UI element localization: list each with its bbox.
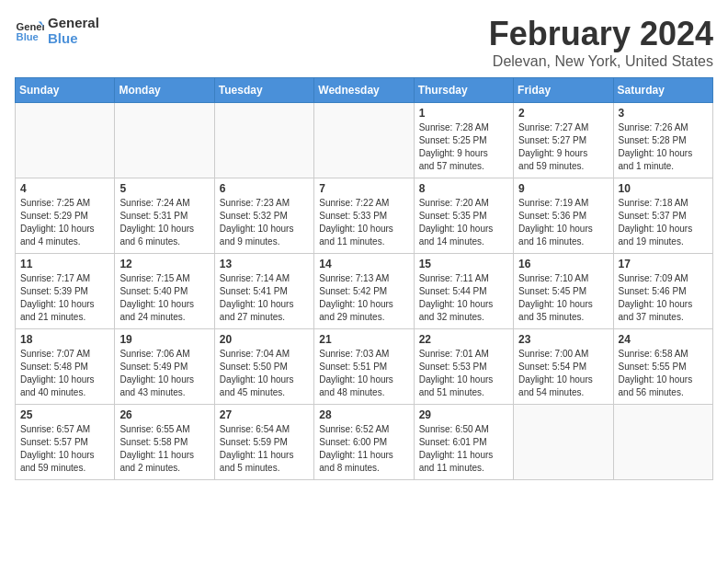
day-number: 27 bbox=[220, 408, 309, 421]
cell-info: Sunrise: 7:15 AM Sunset: 5:40 PM Dayligh… bbox=[119, 272, 209, 324]
col-header-friday: Friday bbox=[514, 78, 613, 103]
day-number: 24 bbox=[619, 333, 708, 346]
cell-info: Sunrise: 7:11 AM Sunset: 5:44 PM Dayligh… bbox=[419, 272, 508, 324]
calendar-cell: 15Sunrise: 7:11 AM Sunset: 5:44 PM Dayli… bbox=[414, 254, 513, 329]
day-number: 20 bbox=[220, 333, 309, 346]
day-number: 15 bbox=[419, 258, 508, 270]
day-number: 13 bbox=[220, 258, 309, 270]
day-number: 18 bbox=[20, 333, 109, 346]
day-number: 28 bbox=[319, 408, 408, 421]
header: General Blue General Blue February 2024 … bbox=[15, 15, 713, 70]
calendar-cell: 21Sunrise: 7:03 AM Sunset: 5:51 PM Dayli… bbox=[314, 329, 414, 405]
calendar-cell bbox=[115, 103, 214, 178]
calendar-cell: 25Sunrise: 6:57 AM Sunset: 5:57 PM Dayli… bbox=[16, 405, 115, 480]
cell-info: Sunrise: 7:17 AM Sunset: 5:39 PM Dayligh… bbox=[20, 272, 109, 324]
cell-info: Sunrise: 7:26 AM Sunset: 5:28 PM Dayligh… bbox=[619, 121, 708, 173]
calendar-cell: 19Sunrise: 7:06 AM Sunset: 5:49 PM Dayli… bbox=[115, 329, 214, 405]
cell-info: Sunrise: 7:04 AM Sunset: 5:50 PM Dayligh… bbox=[220, 348, 309, 399]
cell-info: Sunrise: 7:00 AM Sunset: 5:54 PM Dayligh… bbox=[518, 348, 608, 399]
logo-line2: Blue bbox=[48, 30, 99, 46]
day-number: 1 bbox=[419, 107, 508, 120]
calendar-cell: 22Sunrise: 7:01 AM Sunset: 5:53 PM Dayli… bbox=[414, 329, 513, 405]
cell-info: Sunrise: 7:03 AM Sunset: 5:51 PM Dayligh… bbox=[319, 348, 408, 399]
calendar-cell: 29Sunrise: 6:50 AM Sunset: 6:01 PM Dayli… bbox=[414, 405, 513, 480]
calendar-cell: 10Sunrise: 7:18 AM Sunset: 5:37 PM Dayli… bbox=[613, 178, 712, 254]
cell-info: Sunrise: 7:28 AM Sunset: 5:25 PM Dayligh… bbox=[419, 121, 508, 173]
week-row-5: 25Sunrise: 6:57 AM Sunset: 5:57 PM Dayli… bbox=[16, 405, 713, 480]
calendar-cell: 26Sunrise: 6:55 AM Sunset: 5:58 PM Dayli… bbox=[115, 405, 214, 480]
day-number: 11 bbox=[20, 258, 109, 270]
calendar-cell: 24Sunrise: 6:58 AM Sunset: 5:55 PM Dayli… bbox=[613, 329, 712, 405]
day-number: 16 bbox=[518, 258, 608, 270]
day-number: 22 bbox=[419, 333, 508, 346]
calendar-cell: 7Sunrise: 7:22 AM Sunset: 5:33 PM Daylig… bbox=[314, 178, 414, 254]
calendar-cell: 14Sunrise: 7:13 AM Sunset: 5:42 PM Dayli… bbox=[314, 254, 414, 329]
col-header-sunday: Sunday bbox=[16, 78, 115, 103]
calendar-cell: 5Sunrise: 7:24 AM Sunset: 5:31 PM Daylig… bbox=[115, 178, 214, 254]
week-row-1: 1Sunrise: 7:28 AM Sunset: 5:25 PM Daylig… bbox=[16, 103, 713, 178]
cell-info: Sunrise: 7:20 AM Sunset: 5:35 PM Dayligh… bbox=[419, 197, 508, 248]
calendar-title: February 2024 bbox=[489, 15, 713, 53]
cell-info: Sunrise: 7:22 AM Sunset: 5:33 PM Dayligh… bbox=[319, 197, 408, 248]
cell-info: Sunrise: 7:25 AM Sunset: 5:29 PM Dayligh… bbox=[20, 197, 109, 248]
calendar-cell: 3Sunrise: 7:26 AM Sunset: 5:28 PM Daylig… bbox=[613, 103, 712, 178]
calendar-cell: 27Sunrise: 6:54 AM Sunset: 5:59 PM Dayli… bbox=[214, 405, 313, 480]
cell-info: Sunrise: 7:07 AM Sunset: 5:48 PM Dayligh… bbox=[20, 348, 109, 399]
col-header-wednesday: Wednesday bbox=[314, 78, 414, 103]
week-row-3: 11Sunrise: 7:17 AM Sunset: 5:39 PM Dayli… bbox=[16, 254, 713, 329]
cell-info: Sunrise: 6:54 AM Sunset: 5:59 PM Dayligh… bbox=[220, 423, 309, 475]
cell-info: Sunrise: 7:19 AM Sunset: 5:36 PM Dayligh… bbox=[518, 197, 608, 248]
day-number: 2 bbox=[518, 107, 608, 120]
day-number: 6 bbox=[220, 182, 309, 195]
day-number: 9 bbox=[518, 182, 608, 195]
cell-info: Sunrise: 6:58 AM Sunset: 5:55 PM Dayligh… bbox=[619, 348, 708, 399]
cell-info: Sunrise: 6:55 AM Sunset: 5:58 PM Dayligh… bbox=[119, 423, 209, 475]
logo-line1: General bbox=[48, 15, 99, 30]
calendar-cell: 12Sunrise: 7:15 AM Sunset: 5:40 PM Dayli… bbox=[115, 254, 214, 329]
cell-info: Sunrise: 7:27 AM Sunset: 5:27 PM Dayligh… bbox=[518, 121, 608, 173]
calendar-cell: 20Sunrise: 7:04 AM Sunset: 5:50 PM Dayli… bbox=[214, 329, 313, 405]
calendar-cell bbox=[314, 103, 414, 178]
col-header-tuesday: Tuesday bbox=[214, 78, 313, 103]
cell-info: Sunrise: 7:18 AM Sunset: 5:37 PM Dayligh… bbox=[619, 197, 708, 248]
calendar-cell bbox=[514, 405, 613, 480]
calendar-cell: 17Sunrise: 7:09 AM Sunset: 5:46 PM Dayli… bbox=[613, 254, 712, 329]
day-number: 29 bbox=[419, 408, 508, 421]
day-number: 26 bbox=[119, 408, 209, 421]
day-number: 19 bbox=[119, 333, 209, 346]
cell-info: Sunrise: 7:14 AM Sunset: 5:41 PM Dayligh… bbox=[220, 272, 309, 324]
cell-info: Sunrise: 6:52 AM Sunset: 6:00 PM Dayligh… bbox=[319, 423, 408, 475]
cell-info: Sunrise: 7:01 AM Sunset: 5:53 PM Dayligh… bbox=[419, 348, 508, 399]
col-header-monday: Monday bbox=[115, 78, 214, 103]
day-number: 5 bbox=[119, 182, 209, 195]
cell-info: Sunrise: 7:24 AM Sunset: 5:31 PM Dayligh… bbox=[119, 197, 209, 248]
day-number: 17 bbox=[619, 258, 708, 270]
calendar-cell: 28Sunrise: 6:52 AM Sunset: 6:00 PM Dayli… bbox=[314, 405, 414, 480]
cell-info: Sunrise: 7:13 AM Sunset: 5:42 PM Dayligh… bbox=[319, 272, 408, 324]
day-number: 14 bbox=[319, 258, 408, 270]
title-area: February 2024 Delevan, New York, United … bbox=[489, 15, 713, 70]
calendar-cell bbox=[613, 405, 712, 480]
calendar-cell: 18Sunrise: 7:07 AM Sunset: 5:48 PM Dayli… bbox=[16, 329, 115, 405]
day-number: 25 bbox=[20, 408, 109, 421]
cell-info: Sunrise: 7:06 AM Sunset: 5:49 PM Dayligh… bbox=[119, 348, 209, 399]
day-number: 7 bbox=[319, 182, 408, 195]
day-number: 12 bbox=[119, 258, 209, 270]
cell-info: Sunrise: 7:09 AM Sunset: 5:46 PM Dayligh… bbox=[619, 272, 708, 324]
cell-info: Sunrise: 7:10 AM Sunset: 5:45 PM Dayligh… bbox=[518, 272, 608, 324]
day-number: 3 bbox=[619, 107, 708, 120]
col-header-saturday: Saturday bbox=[613, 78, 712, 103]
cell-info: Sunrise: 6:57 AM Sunset: 5:57 PM Dayligh… bbox=[20, 423, 109, 475]
calendar-cell: 9Sunrise: 7:19 AM Sunset: 5:36 PM Daylig… bbox=[514, 178, 613, 254]
calendar-subtitle: Delevan, New York, United States bbox=[489, 53, 713, 70]
calendar-cell: 23Sunrise: 7:00 AM Sunset: 5:54 PM Dayli… bbox=[514, 329, 613, 405]
col-header-thursday: Thursday bbox=[414, 78, 513, 103]
calendar-table: SundayMondayTuesdayWednesdayThursdayFrid… bbox=[15, 77, 713, 480]
day-number: 21 bbox=[319, 333, 408, 346]
week-row-4: 18Sunrise: 7:07 AM Sunset: 5:48 PM Dayli… bbox=[16, 329, 713, 405]
calendar-cell: 8Sunrise: 7:20 AM Sunset: 5:35 PM Daylig… bbox=[414, 178, 513, 254]
day-number: 10 bbox=[619, 182, 708, 195]
day-number: 4 bbox=[20, 182, 109, 195]
logo-icon: General Blue bbox=[15, 16, 44, 45]
cell-info: Sunrise: 6:50 AM Sunset: 6:01 PM Dayligh… bbox=[419, 423, 508, 475]
